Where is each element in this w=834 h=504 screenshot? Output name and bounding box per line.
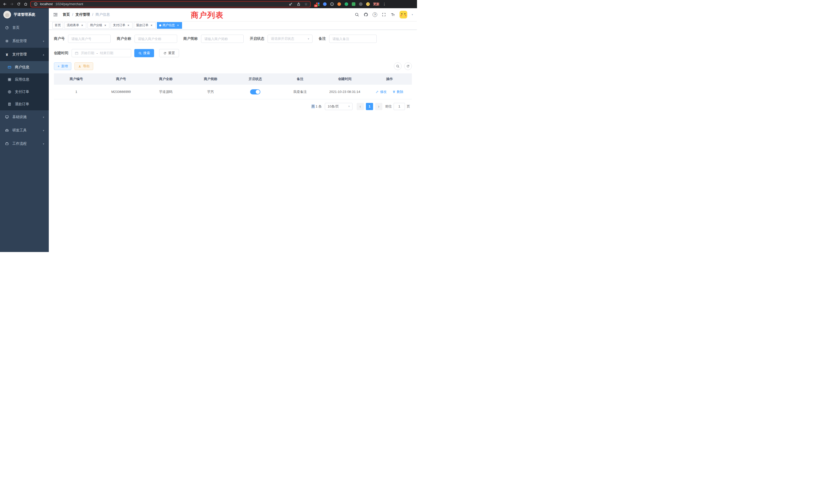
url-bar[interactable]: localhost:1024/pay/merchant ☆ (30, 1, 311, 7)
remark-input[interactable] (329, 35, 377, 43)
reset-button[interactable]: 重置 (159, 49, 179, 57)
toggle-search-button[interactable] (394, 62, 401, 70)
page-1-button[interactable]: 1 (366, 103, 373, 110)
app-logo[interactable]: 芋道管理系统 (0, 8, 49, 21)
share-icon[interactable] (296, 2, 301, 6)
tab-label: 流程表单 (67, 23, 79, 27)
merchant-short-name-input[interactable] (201, 35, 244, 43)
extension-smiley-icon[interactable] (366, 2, 370, 6)
merchant-table: 商户编号 商户号 商户全称 商户简称 开启状态 备注 创建时间 操作 1 (54, 73, 412, 99)
status-select[interactable]: 请选择开启状态 ▾ (267, 35, 312, 43)
status-toggle[interactable] (250, 89, 260, 94)
tab-merchant-info[interactable]: 商户信息 × (157, 22, 182, 29)
sidebar-item-dev-tools[interactable]: 研发工具 ▾ (0, 124, 49, 137)
sidebar-item-system[interactable]: 系统管理 ▾ (0, 35, 49, 48)
delete-link[interactable]: 删除 (392, 90, 403, 94)
add-button[interactable]: + 新增 (54, 62, 71, 70)
font-size-icon[interactable] (391, 12, 395, 17)
sidebar-item-label: 基础设施 (12, 115, 27, 119)
col-header-actions: 操作 (367, 73, 412, 85)
main-area: 首页 / 支付管理 / 商户信息 商户列表 ? ▾ (49, 8, 417, 252)
edit-link[interactable]: 修改 (376, 90, 387, 94)
search-button[interactable]: 搜索 (134, 49, 154, 57)
close-icon[interactable]: × (150, 24, 153, 27)
sidebar-item-workflow[interactable]: 工作流程 ▾ (0, 137, 49, 151)
extension-pin-icon[interactable] (359, 2, 363, 6)
cell-status (233, 85, 278, 99)
breadcrumb: 首页 / 支付管理 / 商户信息 (63, 12, 110, 17)
home-icon[interactable] (23, 2, 28, 6)
export-button[interactable]: 导出 (74, 62, 93, 70)
sidebar-item-label: 系统管理 (12, 39, 27, 43)
reload-icon[interactable] (17, 2, 21, 6)
tab-pay-order[interactable]: 支付订单 × (111, 22, 132, 29)
user-avatar[interactable] (399, 11, 407, 19)
filter-label-status: 开启状态 (250, 37, 264, 41)
github-icon[interactable] (364, 12, 368, 17)
app-title: 芋道管理系统 (14, 12, 35, 17)
merchant-no-input[interactable] (68, 35, 111, 43)
sidebar-item-payment[interactable]: ¥ 支付管理 ▴ (0, 48, 49, 61)
tab-refund-order[interactable]: 退款订单 × (134, 22, 156, 29)
tags-view-bar: 首页 流程表单 × 用户分组 × 支付订单 × 退款订单 × (49, 21, 417, 30)
top-navbar: 首页 / 支付管理 / 商户信息 商户列表 ? ▾ (49, 8, 417, 21)
bookmark-star-icon[interactable]: ☆ (304, 2, 308, 6)
filter-label-merchant-no: 商户号 (54, 37, 65, 41)
breadcrumb-payment[interactable]: 支付管理 (75, 12, 90, 17)
page-size-select[interactable]: 10条/页 ▾ (325, 103, 353, 110)
key-icon[interactable] (288, 2, 293, 6)
extension-drop-icon[interactable] (323, 2, 327, 6)
update-button[interactable]: 更新 (373, 2, 379, 6)
sidebar-item-home[interactable]: 首页 (0, 21, 49, 35)
refresh-table-button[interactable] (404, 62, 412, 70)
sidebar-item-label: 支付订单 (15, 90, 29, 94)
next-page-button[interactable]: › (375, 103, 382, 110)
merchant-full-name-input[interactable] (135, 35, 177, 43)
help-icon[interactable]: ? (373, 12, 377, 17)
prev-page-button[interactable]: ‹ (357, 103, 364, 110)
forward-icon[interactable] (9, 2, 14, 6)
extension-dark-circle-icon[interactable] (330, 2, 334, 6)
close-icon[interactable]: × (80, 24, 84, 27)
filter-row-1: 商户号 商户全称 商户简称 开启状态 请选择开启状态 (54, 35, 412, 43)
sidebar: 芋道管理系统 首页 系统管理 ▾ ¥ 支付管理 ▴ (0, 8, 49, 252)
sidebar-item-refund-order[interactable]: 退款订单 (0, 98, 49, 110)
fullscreen-icon[interactable] (381, 12, 386, 17)
cell-actions: 修改 删除 (367, 85, 412, 99)
sidebar-item-app-info[interactable]: 应用信息 (0, 73, 49, 86)
col-header-remark: 备注 (278, 73, 322, 85)
logo-avatar (3, 11, 11, 19)
sidebar-item-infrastructure[interactable]: 基础设施 ▾ (0, 110, 49, 124)
goto-page-input[interactable] (394, 103, 405, 110)
monitor-icon (5, 115, 9, 119)
col-header-id: 商户编号 (54, 73, 98, 85)
sidebar-toggle-icon[interactable] (53, 12, 58, 17)
goto-unit: 页 (407, 104, 410, 109)
filter-label-full-name: 商户全称 (117, 37, 131, 41)
extension-grid-icon[interactable]: 10 (315, 2, 320, 6)
sidebar-item-pay-order[interactable]: 支付订单 (0, 86, 49, 98)
breadcrumb-home[interactable]: 首页 (63, 12, 70, 17)
search-icon[interactable] (355, 12, 359, 17)
create-time-range-input[interactable]: 开始日期 - 结束日期 (72, 49, 131, 57)
back-icon[interactable] (3, 2, 7, 6)
browser-chrome: localhost:1024/pay/merchant ☆ 10 更新 ⋮ (0, 0, 417, 8)
menu-dots-icon[interactable]: ⋮ (382, 2, 386, 6)
tab-home[interactable]: 首页 (52, 22, 63, 29)
pagination: 共 1 条 10条/页 ▾ ‹ 1 › 前往 页 (54, 103, 412, 110)
extension-avatar-icon[interactable] (337, 2, 341, 6)
close-icon[interactable]: × (127, 24, 130, 27)
tab-user-group[interactable]: 用户分组 × (88, 22, 109, 29)
cell-remark: 我是备注 (278, 85, 322, 99)
extension-note-icon[interactable] (352, 2, 356, 6)
sidebar-item-merchant-info[interactable]: 商户信息 (0, 61, 49, 73)
extensions-area: 10 更新 ⋮ (315, 2, 386, 6)
close-icon[interactable]: × (104, 24, 107, 27)
col-header-create-time: 创建时间 (323, 73, 367, 85)
avatar-caret-icon[interactable]: ▾ (412, 13, 413, 16)
extension-green-circle-icon[interactable] (344, 2, 348, 6)
caret-down-icon: ▾ (348, 105, 350, 108)
close-icon[interactable]: × (176, 24, 180, 27)
tab-process-form[interactable]: 流程表单 × (64, 22, 86, 29)
info-icon[interactable] (34, 2, 38, 6)
